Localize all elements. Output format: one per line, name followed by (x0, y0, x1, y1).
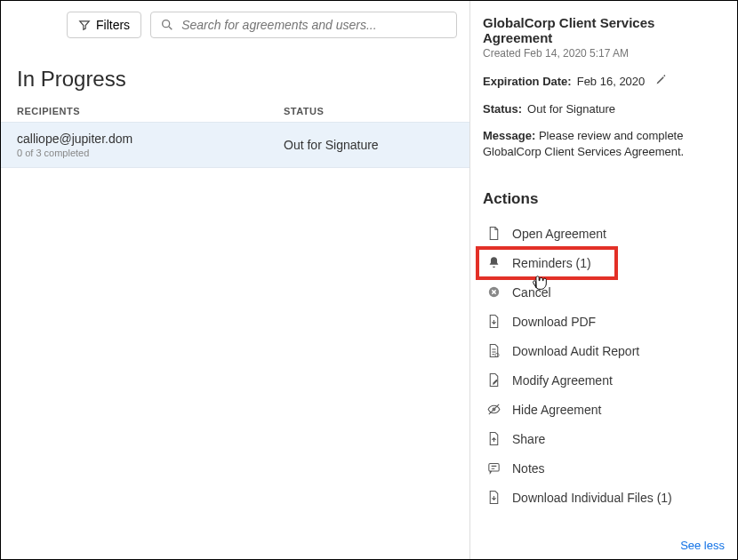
action-open-agreement[interactable]: Open Agreement (483, 219, 725, 248)
created-timestamp: Created Feb 14, 2020 5:17 AM (483, 47, 725, 60)
share-icon (486, 431, 501, 446)
bell-icon (486, 255, 501, 270)
action-label: Download PDF (512, 315, 596, 329)
download-audit-icon (486, 343, 501, 358)
action-download-audit[interactable]: Download Audit Report (483, 336, 725, 365)
action-notes[interactable]: Notes (483, 453, 725, 483)
column-headers: RECIPIENTS STATUS (1, 106, 469, 122)
table-row[interactable]: calliope@jupiter.dom 0 of 3 completed Ou… (1, 122, 469, 168)
download-files-icon (486, 490, 501, 505)
app-container: Filters In Progress RECIPIENTS STATUS ca… (0, 0, 738, 560)
action-modify[interactable]: Modify Agreement (483, 365, 725, 395)
status-row: Status: Out for Signature (483, 102, 725, 116)
action-label: Open Agreement (512, 227, 606, 241)
recipient-progress: 0 of 3 completed (17, 148, 284, 158)
action-label: Hide Agreement (512, 403, 601, 417)
actions-heading: Actions (483, 190, 725, 208)
status-value: Out for Signature (527, 102, 615, 116)
action-reminders[interactable]: Reminders (1) (483, 248, 725, 277)
cancel-icon (486, 284, 501, 300)
action-label: Share (512, 432, 545, 446)
svg-rect-6 (489, 464, 499, 472)
action-share[interactable]: Share (483, 424, 725, 453)
recipient-email: calliope@jupiter.dom (17, 132, 284, 146)
action-download-individual[interactable]: Download Individual Files (1) (483, 483, 725, 512)
main-panel: Filters In Progress RECIPIENTS STATUS ca… (1, 1, 470, 559)
side-panel: GlobalCorp Client Services Agreement Cre… (470, 1, 737, 559)
action-hide[interactable]: Hide Agreement (483, 395, 725, 424)
expiration-row: Expiration Date: Feb 16, 2020 (483, 74, 725, 88)
search-icon (160, 18, 174, 32)
action-label: Download Audit Report (512, 344, 639, 358)
hide-icon (486, 402, 501, 417)
action-label: Notes (512, 461, 545, 476)
agreement-title: GlobalCorp Client Services Agreement (483, 15, 725, 45)
notes-icon (486, 460, 501, 476)
download-pdf-icon (486, 314, 501, 329)
status-label: Status: (483, 102, 522, 116)
action-download-pdf[interactable]: Download PDF (483, 307, 725, 336)
pencil-icon (655, 74, 667, 85)
col-status: STATUS (284, 106, 453, 116)
expiration-value: Feb 16, 2020 (577, 75, 646, 88)
action-label: Download Individual Files (1) (512, 491, 672, 505)
svg-line-1 (169, 27, 172, 29)
filter-icon (78, 19, 91, 31)
filters-button[interactable]: Filters (67, 12, 141, 38)
action-label: Reminders (1) (512, 256, 591, 270)
action-label: Cancel (512, 285, 551, 300)
search-input[interactable] (181, 18, 447, 32)
edit-expiration-button[interactable] (655, 74, 667, 88)
modify-icon (486, 372, 501, 388)
col-recipients: RECIPIENTS (17, 106, 284, 116)
message-row: Message: Please review and complete Glob… (483, 128, 725, 160)
search-field[interactable] (150, 12, 457, 38)
toolbar: Filters (1, 1, 469, 49)
action-cancel[interactable]: Cancel (483, 277, 725, 307)
status-cell: Out for Signature (284, 138, 453, 152)
see-less-link[interactable]: See less (680, 539, 725, 552)
page-title: In Progress (1, 49, 469, 106)
expiration-label: Expiration Date: (483, 75, 572, 88)
filters-label: Filters (96, 18, 130, 32)
svg-point-0 (163, 20, 170, 28)
recipient-cell: calliope@jupiter.dom 0 of 3 completed (17, 132, 284, 158)
message-label: Message: (483, 129, 535, 142)
svg-point-3 (495, 354, 499, 357)
action-list: Open Agreement Reminders (1) Cancel Down… (483, 219, 725, 512)
action-label: Modify Agreement (512, 373, 613, 388)
document-icon (486, 226, 501, 241)
